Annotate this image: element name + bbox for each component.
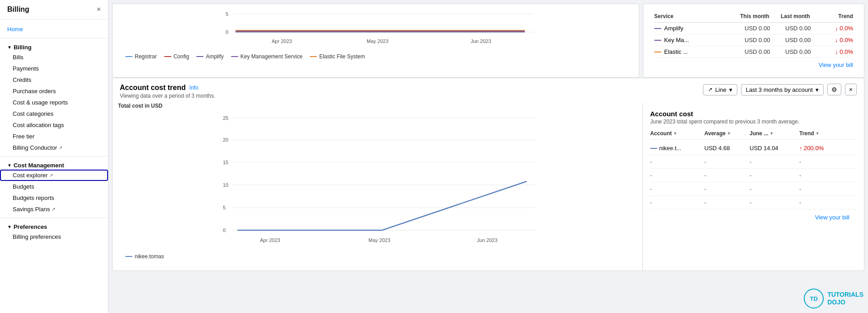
trend-controls: ↗ Line ▾ Last 3 months by account ▾ ⚙ × bbox=[703, 84, 857, 95]
th-june: June ... ▼ bbox=[750, 130, 799, 137]
sort-icon-june[interactable]: ▼ bbox=[769, 131, 774, 136]
sidebar-title: Billing bbox=[7, 5, 29, 14]
sidebar-item-billing-preferences[interactable]: Billing preferences bbox=[0, 231, 108, 242]
trend-panel: Account cost trend Info Viewing data ove… bbox=[112, 78, 864, 271]
divider3 bbox=[0, 218, 108, 218]
period-dropdown[interactable]: Last 3 months by account ▾ bbox=[741, 84, 824, 95]
main-content: 5 0 Apr 2023 May 2023 Jun 2023 bbox=[108, 0, 868, 313]
sort-icon-trend[interactable]: ▼ bbox=[816, 131, 820, 136]
th-trend: Trend ▼ bbox=[799, 130, 857, 137]
sidebar-close-button[interactable]: × bbox=[97, 5, 101, 14]
svg-text:10: 10 bbox=[223, 182, 228, 188]
sidebar-item-cost-categories[interactable]: Cost categories bbox=[0, 108, 108, 119]
account-table-row-4: - - - - bbox=[650, 182, 857, 196]
account-cost-right-panel: Account cost June 2023 total spent compa… bbox=[642, 103, 864, 270]
trend-legend: nikee.tomas bbox=[118, 250, 637, 265]
service-color-amplify bbox=[654, 28, 661, 29]
top-right-table-header: Service This month Last month Trend bbox=[654, 11, 853, 23]
account-table-row-5: - - - - bbox=[650, 196, 857, 209]
account-table-header: Account ▼ Average ▼ June ... ▼ Trend bbox=[650, 130, 857, 140]
sidebar-item-cost-explorer[interactable]: Cost explorer ↗ bbox=[0, 170, 108, 181]
td-logo: TD bbox=[804, 289, 824, 308]
legend-registrar: Registrar bbox=[125, 53, 157, 60]
legend-nikee: nikee.tomas bbox=[125, 253, 164, 260]
sidebar-item-payments[interactable]: Payments bbox=[0, 63, 108, 74]
account-cost-subtitle: June 2023 total spent compared to previo… bbox=[650, 119, 857, 125]
info-badge[interactable]: Info bbox=[189, 85, 198, 91]
external-link-icon2: ↗ bbox=[49, 173, 53, 178]
sidebar-nav: Home ▼ Billing Bills Payments Credits Pu… bbox=[0, 19, 108, 246]
line-dropdown[interactable]: ↗ Line ▾ bbox=[703, 84, 737, 95]
sidebar-item-billing-conductor[interactable]: Billing Conductor ↗ bbox=[0, 142, 108, 153]
account-cost-panel: Account cost June 2023 total spent compa… bbox=[643, 103, 864, 232]
account-view-bill: View your bill bbox=[650, 209, 857, 225]
view-bill-link[interactable]: View your bill bbox=[819, 62, 853, 68]
tutorials-dojo-badge: TD TUTORIALSDOJO bbox=[804, 289, 863, 308]
divider bbox=[0, 38, 108, 38]
top-section: 5 0 Apr 2023 May 2023 Jun 2023 bbox=[112, 4, 864, 78]
th-average: Average ▼ bbox=[704, 130, 750, 137]
svg-text:May 2023: May 2023 bbox=[367, 38, 388, 44]
legend-amplify: Amplify bbox=[196, 53, 223, 60]
sidebar-item-credits[interactable]: Credits bbox=[0, 74, 108, 85]
td-account-1: nikee.t... bbox=[650, 145, 704, 152]
svg-text:25: 25 bbox=[223, 115, 228, 121]
svg-text:Apr 2023: Apr 2023 bbox=[272, 38, 292, 44]
arrow-icon: ▼ bbox=[7, 45, 12, 50]
sidebar-item-bills[interactable]: Bills bbox=[0, 52, 108, 63]
arrow-icon2: ▼ bbox=[7, 163, 12, 168]
account-table-row-2: - - - - bbox=[650, 155, 857, 169]
sidebar-item-home[interactable]: Home bbox=[0, 23, 108, 35]
external-link-icon: ↗ bbox=[59, 145, 62, 150]
sidebar-item-cost-allocation-tags[interactable]: Cost allocation tags bbox=[0, 119, 108, 131]
svg-text:5: 5 bbox=[223, 205, 226, 210]
legend-line-kms bbox=[231, 56, 238, 57]
billing-section: ▼ Billing bbox=[0, 41, 108, 52]
sidebar-item-purchase-orders[interactable]: Purchase orders bbox=[0, 85, 108, 97]
legend-line-efs bbox=[310, 56, 317, 57]
sort-icon-average[interactable]: ▼ bbox=[727, 131, 731, 136]
sidebar-item-budgets-reports[interactable]: Budgets reports bbox=[0, 192, 108, 204]
legend-kms: Key Management Service bbox=[231, 53, 302, 60]
account-table-row-3: - - - - bbox=[650, 169, 857, 182]
chart-icon: ↗ bbox=[708, 86, 712, 93]
service-color-efs bbox=[654, 52, 661, 52]
chevron-down-icon2: ▾ bbox=[816, 86, 819, 93]
sidebar-item-cost-usage-reports[interactable]: Cost & usage reports bbox=[0, 97, 108, 108]
svg-text:Jun 2023: Jun 2023 bbox=[477, 237, 497, 243]
svg-text:20: 20 bbox=[223, 137, 228, 142]
trend-chart-area: Total cost in USD 25 20 15 10 5 0 bbox=[113, 103, 642, 270]
legend-line-config bbox=[164, 56, 171, 57]
chart-label: Total cost in USD bbox=[118, 103, 637, 109]
sidebar-item-budgets[interactable]: Budgets bbox=[0, 181, 108, 192]
top-chart-panel: 5 0 Apr 2023 May 2023 Jun 2023 bbox=[112, 4, 639, 78]
legend-line-nikee bbox=[125, 256, 132, 257]
preferences-section: ▼ Preferences bbox=[0, 221, 108, 231]
account-color-1 bbox=[650, 148, 657, 149]
sidebar-item-savings-plans[interactable]: Savings Plans ↗ bbox=[0, 204, 108, 215]
svg-text:Apr 2023: Apr 2023 bbox=[260, 237, 280, 243]
settings-button[interactable]: ⚙ bbox=[827, 84, 841, 95]
trend-title: Account cost trend Info bbox=[120, 84, 215, 92]
preferences-section-title[interactable]: ▼ Preferences bbox=[7, 223, 101, 230]
svg-text:5: 5 bbox=[226, 11, 228, 17]
legend-config: Config bbox=[164, 53, 189, 60]
billing-section-title[interactable]: ▼ Billing bbox=[7, 44, 101, 51]
cost-management-section-title[interactable]: ▼ Cost Management bbox=[7, 162, 101, 169]
chevron-down-icon: ▾ bbox=[729, 86, 732, 93]
arrow-icon3: ▼ bbox=[7, 224, 12, 229]
external-link-icon3: ↗ bbox=[52, 207, 55, 212]
divider2 bbox=[0, 156, 108, 156]
account-cost-title: Account cost bbox=[650, 110, 857, 118]
account-view-bill-link[interactable]: View your bill bbox=[815, 214, 849, 221]
cost-management-section: ▼ Cost Management bbox=[0, 159, 108, 170]
close-button[interactable]: × bbox=[845, 84, 857, 95]
sidebar-item-free-tier[interactable]: Free tier bbox=[0, 131, 108, 142]
legend-efs: Elastic File System bbox=[310, 53, 365, 60]
top-chart-svg: 5 0 Apr 2023 May 2023 Jun 2023 bbox=[118, 8, 633, 48]
sort-icon-account[interactable]: ▼ bbox=[673, 131, 677, 136]
trend-subtitle: Viewing data over a period of 3 months. bbox=[120, 93, 215, 99]
sidebar-header: Billing × bbox=[0, 0, 108, 19]
trend-header: Account cost trend Info Viewing data ove… bbox=[113, 78, 864, 103]
svg-text:Jun 2023: Jun 2023 bbox=[471, 38, 491, 44]
